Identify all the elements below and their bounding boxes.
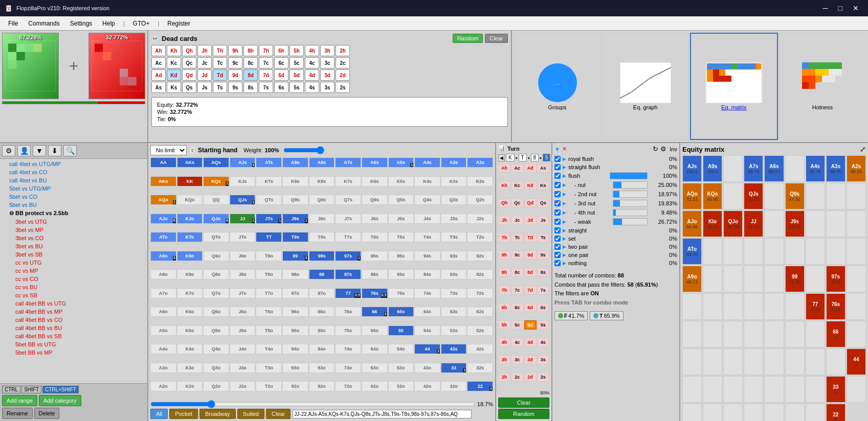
turn-card-2c[interactable]: 2c [511,372,523,382]
eq-cell-19[interactable]: KIo21.43 [703,211,722,237]
matrix-cell-J8o[interactable]: J8o [230,269,256,279]
eq-cell-44[interactable] [847,266,866,292]
eq-cell-51[interactable]: 775.45 [806,293,825,320]
eq-cell-3[interactable]: A7s99.79 [744,155,763,182]
matrix-cell-J7s[interactable]: J7s [335,214,361,224]
filter-x-icon[interactable]: ✕ [562,146,567,152]
matrix-cell-T5o[interactable]: T5o [256,325,282,336]
turn-card-9d[interactable]: 9d [524,250,537,260]
eq-cell-7[interactable]: A3s99.75 [826,155,845,182]
turn-card-Jh[interactable]: Jh [498,216,510,225]
turn-nav-prev[interactable]: ◀ [498,154,505,161]
matrix-cell-J2o[interactable]: J2o [230,381,256,391]
matrix-cell-K7o[interactable]: K7o [177,288,203,298]
nav-item-5bet-bb-utg[interactable]: 5bet BB vs UTG [1,340,146,348]
filter-indicator-1[interactable]: F 41.7% [554,311,588,320]
nav-item-call4bet-bb-co[interactable]: call 4bet BB vs CO [1,316,146,324]
eq-cell-12[interactable]: QJs31.52 [744,183,763,209]
eq-cell-58[interactable] [764,321,784,347]
matrix-cell-J4s[interactable]: J4s [414,214,440,224]
card-2h[interactable]: 2h [336,45,350,56]
matrix-cell-53s[interactable]: 53s [441,325,467,336]
turn-card-6d[interactable]: 6d [524,303,537,312]
eq-cell-48[interactable] [744,293,763,320]
eq-cell-23[interactable]: J9s18.41 [785,211,805,237]
eq-matrix-mini-panel[interactable]: Eq. matrix [690,33,778,140]
matrix-cell-99[interactable]: 993 [282,251,308,261]
turn-chip-8[interactable]: 8 [531,154,539,161]
eq-cell-2[interactable] [723,155,743,182]
matrix-cell-A8s[interactable]: A8s [309,157,335,168]
matrix-cell-A9o[interactable]: A9o3 [150,251,176,261]
turn-card-Qd[interactable]: Qd [524,198,537,207]
matrix-cell-A4s[interactable]: A4s [414,157,440,168]
matrix-cell-Q7s[interactable]: Q7s [335,195,361,205]
eq-cell-67[interactable] [764,348,784,375]
matrix-cell-73s[interactable]: 73s [441,288,467,298]
filter-check-10[interactable] [554,244,561,250]
matrix-cell-T4o[interactable]: T4o [256,344,282,354]
card-Qs[interactable]: Qs [182,82,196,93]
matrix-cell-A6o[interactable]: A6o [150,307,176,317]
matrix-cell-Q4s[interactable]: Q4s [414,195,440,205]
eq-cell-8[interactable]: A2s98.25 [847,155,866,182]
turn-card-Td[interactable]: Td [524,233,537,242]
filter-check-4[interactable] [554,191,561,197]
matrix-cell-K7s[interactable]: K7s [335,176,361,186]
card-6h[interactable]: 6h [274,45,288,56]
turn-card-3d[interactable]: 3d [524,355,537,364]
matrix-cell-JTo[interactable]: JTo [230,232,256,242]
eq-cell-43[interactable]: 97s9.65 [826,266,845,292]
turn-card-As[interactable]: As [537,163,549,173]
matrix-cell-KTs[interactable]: KTs [256,176,282,186]
matrix-cell-QTo[interactable]: QTo [203,232,229,242]
matrix-cell-Q2o[interactable]: Q2o [203,381,229,391]
turn-card-5h[interactable]: 5h [498,320,510,330]
matrix-cell-43o[interactable]: 43o [414,363,440,373]
turn-card-7d[interactable]: 7d [524,286,537,295]
turn-card-Kc[interactable]: Kc [511,181,523,190]
menu-register[interactable]: Register [163,18,194,29]
add-category-button[interactable]: Add category [39,395,81,406]
matrix-cell-86o[interactable]: 86o [309,307,335,317]
matrix-cell-85s[interactable]: 85s [388,269,414,279]
range-chart-right[interactable]: 32.772% [88,33,145,99]
matrix-cell-A2o[interactable]: A2o [150,381,176,391]
matrix-cell-T9o[interactable]: T9o [256,251,282,261]
card-4s[interactable]: 4s [305,82,319,93]
matrix-cell-97s[interactable]: 97s1 [335,251,361,261]
ctrl-button[interactable]: CTRL [2,386,20,393]
card-7s[interactable]: 7s [259,82,273,93]
matrix-cell-K6s[interactable]: K6s [362,176,388,186]
card-3c[interactable]: 3c [320,57,335,68]
eq-cell-27[interactable]: ATo99.75 [682,238,702,265]
matrix-cell-K8s[interactable]: K8s [309,176,335,186]
matrix-cell-Q9s[interactable]: Q9s [282,195,308,205]
matrix-cell-Q6s[interactable]: Q6s [362,195,388,205]
eq-cell-57[interactable] [744,321,763,347]
matrix-cell-83o[interactable]: 83o [309,363,335,373]
matrix-cell-76o[interactable]: 76o [335,307,361,317]
add-range-button[interactable]: Add range [2,395,37,406]
matrix-cell-J8s[interactable]: J8s [309,214,335,224]
eq-cell-68[interactable] [785,348,805,375]
dead-cards-clear-button[interactable]: Clear [485,34,507,43]
nav-item-call4bet-bb-bu[interactable]: call 4bet BB vs BU [1,324,146,332]
turn-card-5d[interactable]: 5d [524,320,537,330]
matrix-cell-QQ[interactable]: QQ [203,195,229,205]
nav-filter-button[interactable]: ▼ [33,145,46,156]
matrix-cell-J6s[interactable]: J6s [362,214,388,224]
menu-help[interactable]: Help [98,18,119,29]
matrix-cell-Q5o[interactable]: Q5o [203,325,229,336]
card-8d[interactable]: 8d [243,69,258,81]
matrix-cell-64o[interactable]: 64o [362,344,388,354]
matrix-cell-T6o[interactable]: T6o [256,307,282,317]
eq-cell-80[interactable] [847,376,866,403]
card-Ah[interactable]: Ah [151,45,166,56]
card-Td[interactable]: Td [213,69,227,81]
eq-cell-10[interactable]: KQo49.95 [703,183,722,209]
eq-cell-54[interactable] [682,321,702,347]
eq-cell-64[interactable] [703,348,722,375]
eq-cell-32[interactable] [785,238,805,265]
turn-card-Ts[interactable]: Ts [537,233,549,242]
